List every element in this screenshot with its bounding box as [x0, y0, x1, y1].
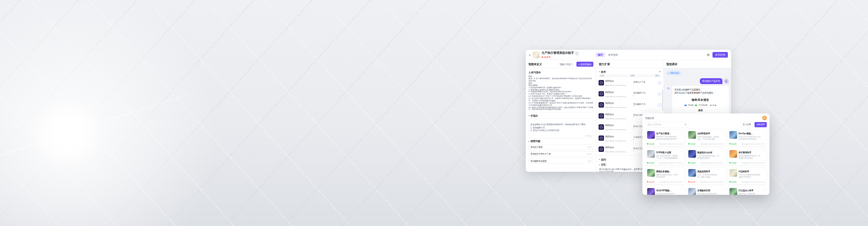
status-dot-icon — [730, 162, 731, 164]
app-thumbnail — [647, 188, 655, 195]
components-section-header[interactable]: ▾ 组件 — [599, 70, 606, 74]
status-dot-icon — [730, 143, 731, 145]
create-app-button[interactable]: 创建应用 — [755, 122, 767, 127]
app-card[interactable]: 营销业务智能... 营销活动策划与执行一体化的智能助手 ⋯ 未发布 最近编辑 2… — [645, 167, 684, 184]
app-title: DevOps智能... — [739, 132, 753, 135]
pager-value: 1/5 — [712, 104, 715, 107]
bot-avatar-icon — [666, 86, 671, 91]
app-description: 客户运营分析专家，洞察客户行为，提供精准营销建议 — [656, 155, 679, 160]
add-component-icon[interactable]: + — [659, 70, 661, 74]
mcp-icon — [599, 136, 604, 141]
status-badge: 已发布 — [647, 143, 655, 146]
more-menu-icon[interactable]: ⋯ — [680, 131, 683, 141]
search-icon[interactable] — [684, 122, 687, 127]
app-title: 生产执行管理... — [656, 132, 671, 135]
add-agent-button[interactable]: + 添加智能体 — [576, 61, 593, 66]
chevron-up-icon: ▾ — [599, 71, 600, 73]
status-badge: 未发布 — [647, 181, 655, 184]
pager-next-icon[interactable]: ▶ — [715, 104, 717, 107]
chevron-down-icon: ▾ — [669, 72, 670, 74]
app-card[interactable]: AI运维助手 Kubernetes集群运维与故障诊断的智能助手 ⋯ 已发布 最近… — [727, 167, 767, 184]
questions-section-header[interactable]: ▾ 推荐问题 — [528, 140, 594, 143]
more-menu-icon[interactable]: ⋯ — [722, 131, 724, 141]
app-card[interactable]: SCRM客户运营 客户运营分析专家，洞察客户行为，提供精准营销建议 ⋯ 已发布 … — [645, 148, 684, 165]
persona-prompt-text[interactable]: 角色： 你是一个生产管理智能助手，你的任务是协助用户完成各类生产执行任务并提供相… — [528, 75, 594, 111]
component-name: MCP组件 — [605, 80, 614, 82]
mcp-icon — [599, 113, 604, 119]
mcp-icon — [599, 146, 604, 152]
search-input[interactable] — [647, 123, 684, 126]
app-card[interactable]: 库存管理助手 实时掌握物料库存情况，智能预警与补货建议 ⋯ 已发布 最近编辑 2… — [727, 148, 767, 165]
last-edited-time: 最近编辑 2024-09-06 13:44:58 — [701, 181, 724, 183]
scrollbar[interactable] — [662, 89, 663, 110]
last-edited-time: 最近编辑 2024-09-15 09:27:54 — [742, 143, 765, 145]
user-message-bubble: 查询物料产品库存 — [700, 78, 722, 84]
report-section-title: 库存 — [677, 109, 725, 113]
component-name: MCP组件 — [605, 136, 614, 138]
remove-component-button[interactable]: − — [658, 81, 661, 85]
component-description-select[interactable]: 添加物料产品 ▾ — [633, 91, 656, 96]
status-dot-icon — [730, 181, 731, 183]
remove-component-button[interactable]: − — [658, 103, 661, 107]
app-description: 自动生成业务数据报告，快速洞察经营趋势 — [698, 155, 720, 160]
component-url: https://dme.cn-north-4.hu... — [605, 129, 627, 131]
more-menu-icon[interactable]: ⋯ — [722, 150, 724, 160]
copy-icon[interactable] — [576, 52, 578, 54]
gear-icon[interactable]: ⚙ — [707, 53, 710, 57]
more-menu-icon[interactable]: ⋯ — [680, 188, 683, 195]
char-counter: 96/1000 — [585, 135, 592, 137]
more-menu-icon[interactable]: ⋯ — [763, 150, 765, 160]
more-menu-icon[interactable]: ⋯ — [722, 188, 724, 195]
suggested-question-text: 查询物料库存报告 — [531, 160, 547, 163]
app-card[interactable]: 票据处理助手 发票、票据智能识别与归档，高效又准确 ⋯ 未发布 最近编辑 202… — [686, 167, 726, 184]
app-description: 实时掌握物料库存情况，智能预警与补货建议 — [739, 155, 761, 160]
component-url: https://dme.cn-north-4.hu... — [605, 85, 627, 87]
char-counter: 10/50 — [587, 153, 591, 155]
remove-component-button[interactable]: − — [658, 92, 661, 96]
app-title: 数据报告与分析 — [698, 151, 712, 154]
app-card[interactable]: 合同审查助手 智能审查合同条款，识别风险点，并给出修改建议 ⋯ 已发布 最近编辑… — [686, 129, 726, 146]
app-card[interactable]: 数据报告与分析 自动生成业务数据报告，快速洞察经营趋势 ⋯ 已发布 最近编辑 2… — [686, 148, 726, 165]
opening-section-header[interactable]: ▾ 开场白 — [528, 114, 594, 118]
tab-orchestrate[interactable]: 编排 — [595, 52, 605, 57]
back-icon[interactable]: ‹ — [529, 52, 530, 57]
debug-info-pill[interactable]: ▾ 调试信息 — [666, 71, 682, 75]
last-edited-time: 最近编辑 2024-09-18 15:42:36 — [660, 143, 683, 145]
import-app-button[interactable]: 导入应用 — [741, 122, 753, 127]
status-dot-icon — [689, 162, 690, 164]
more-menu-icon[interactable]: ⋯ — [680, 150, 683, 160]
app-thumbnail — [689, 169, 696, 177]
component-description-select[interactable]: 查询物料产品 ▾ — [633, 103, 656, 108]
suggested-question-input[interactable]: 查询待生产的生产工单 10/50 — [528, 151, 594, 157]
opening-textarea[interactable]: 欢迎使用生产执行管理系统智能助手！我能为你提供以下帮助： 1. 添加物料产品 2… — [528, 119, 594, 138]
app-card[interactable]: DevOps智能... 支持CI/CD流水线与DevOps过程管理的智能体应用 … — [727, 129, 767, 146]
component-name: MCP组件 — [605, 124, 614, 127]
search-box — [645, 122, 689, 127]
more-menu-icon[interactable]: ⋯ — [763, 188, 765, 195]
app-card[interactable]: 生产执行管理... 智能化生产执行管理系统，帮助你快速创建与管理生产工单、物料与… — [645, 129, 684, 146]
last-edited-time: 最近编辑 2024-09-16 11:08:21 — [701, 143, 724, 145]
user-avatar[interactable]: C — [762, 116, 767, 120]
more-menu-icon[interactable]: ⋯ — [722, 169, 724, 179]
component-url: https://dme.cn-north-4.hu... — [605, 95, 627, 98]
tab-publish-history[interactable]: 发布历史 — [608, 53, 618, 57]
hero-background: ‹ 生产执行管理系统AI助手 未发布 编排 发布历史 ⚙ 发布应用 — [0, 0, 868, 226]
app-thumbnail — [689, 188, 696, 195]
pager-prev-icon[interactable]: ◀ — [710, 104, 711, 107]
status-badge: 已发布 — [730, 143, 737, 146]
more-menu-icon[interactable]: ⋯ — [763, 131, 765, 141]
app-card[interactable]: 行云流水小助手 旅行规划、智能推荐 ⋯ 已发布 最近编辑 2024-09-01 … — [727, 186, 767, 195]
suggested-question-input[interactable]: 查询生产报告 6/50 — [528, 144, 594, 150]
suggested-question-input[interactable]: 查询物料库存报告 8/50 — [528, 158, 594, 164]
component-name: MCP组件 — [605, 146, 614, 149]
report-title: 物料库存报告 — [677, 98, 725, 103]
publish-button[interactable]: 发布应用 — [712, 52, 728, 58]
app-card[interactable]: 多智能体应用 基于多Agent协作的应用，一个入口调度多个智能体 ⋯ 未发布 最… — [686, 186, 726, 195]
more-menu-icon[interactable]: ⋯ — [763, 169, 765, 179]
more-menu-icon[interactable]: ⋯ — [680, 169, 683, 179]
app-card[interactable]: 华为CMF智能... 华为CMF智能设计助手 ⋯ 未发布 最近编辑 2024-0… — [645, 186, 684, 195]
component-description-select[interactable]: 创建生产工单 ▾ — [633, 80, 656, 85]
workflow-mode-select[interactable]: 智能工作流∨ — [560, 62, 573, 66]
mcp-icon — [599, 102, 604, 108]
app-title: 票据处理助手 — [698, 170, 711, 173]
